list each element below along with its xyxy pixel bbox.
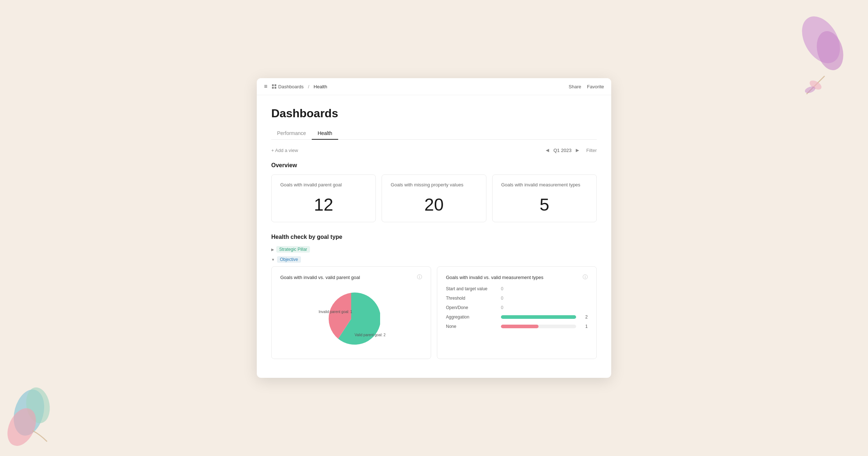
decoration-bottom-left xyxy=(7,376,72,449)
measurement-value-threshold: 0 xyxy=(501,296,503,301)
charts-row: Goals with invalid vs. valid parent goal… xyxy=(271,266,597,359)
group-row-objective: ▼ Objective xyxy=(271,256,597,263)
measurement-row-start-target: Start and target value 0 xyxy=(446,286,588,291)
bar-fill-aggregation xyxy=(501,315,576,319)
measurement-label-open-done: Open/Done xyxy=(446,305,497,310)
chart-title-measurement: Goals with invalid vs. valid measurement… xyxy=(446,275,544,280)
measurement-value-aggregation: 2 xyxy=(580,314,588,320)
toolbar: + Add a view ◀ Q1 2023 ▶ Filter xyxy=(271,147,597,153)
metric-card-title-missing-property: Goals with missing property values xyxy=(391,182,477,187)
measurement-value-none: 1 xyxy=(580,324,588,329)
measurement-label-start-target: Start and target value xyxy=(446,286,497,291)
health-check-title: Health check by goal type xyxy=(271,234,597,240)
group-arrow-strategic[interactable]: ▶ xyxy=(271,248,274,252)
svg-point-3 xyxy=(804,85,816,94)
group-row-strategic: ▶ Strategic Pillar xyxy=(271,246,597,253)
chart-title-parent-goal: Goals with invalid vs. valid parent goal xyxy=(280,275,360,280)
svg-point-2 xyxy=(808,79,823,91)
bar-fill-none xyxy=(501,325,539,328)
overview-section: Overview Goals with invalid parent goal … xyxy=(271,162,597,222)
health-check-section: Health check by goal type ▶ Strategic Pi… xyxy=(271,234,597,359)
measurement-list: Start and target value 0 Threshold 0 Ope… xyxy=(446,286,588,329)
chart-card-header-parent-goal: Goals with invalid vs. valid parent goal… xyxy=(280,274,422,280)
breadcrumb-home-label: Dashboards xyxy=(278,84,303,89)
breadcrumb-separator: / xyxy=(308,84,309,89)
period-prev-button[interactable]: ◀ xyxy=(544,147,550,153)
favorite-button[interactable]: Favorite xyxy=(587,84,604,89)
decoration-top-right xyxy=(774,11,846,101)
measurement-label-none: None xyxy=(446,324,497,329)
content-area: Dashboards Performance Health + Add a vi… xyxy=(257,95,611,378)
main-window: ≡ Dashboards / Health Share Favorite Das… xyxy=(257,78,611,378)
group-tag-strategic[interactable]: Strategic Pillar xyxy=(276,246,310,253)
period-next-button[interactable]: ▶ xyxy=(574,147,580,153)
measurement-value-open-done: 0 xyxy=(501,305,503,310)
measurement-row-none: None 1 xyxy=(446,324,588,329)
bar-track-aggregation xyxy=(501,315,576,319)
metric-card-title-invalid-measurement: Goals with invalid measurement types xyxy=(501,182,588,187)
pie-chart-container: Invalid parent goal: 1 Valid parent goal… xyxy=(280,286,422,351)
tabs-container: Performance Health xyxy=(271,127,597,140)
measurement-value-start-target: 0 xyxy=(501,286,503,291)
page-title: Dashboards xyxy=(271,107,597,120)
metric-card-title-invalid-parent: Goals with invalid parent goal xyxy=(280,182,367,187)
period-label: Q1 2023 xyxy=(553,148,571,153)
measurement-row-open-done: Open/Done 0 xyxy=(446,305,588,310)
bar-track-none xyxy=(501,325,576,328)
breadcrumb-current: Health xyxy=(314,84,327,89)
metric-card-invalid-measurement: Goals with invalid measurement types 5 xyxy=(492,174,597,222)
measurement-row-threshold: Threshold 0 xyxy=(446,296,588,301)
svg-rect-9 xyxy=(272,87,274,89)
filter-button[interactable]: Filter xyxy=(586,148,597,153)
svg-point-4 xyxy=(9,386,49,439)
group-tag-objective[interactable]: Objective xyxy=(277,256,301,263)
tab-health[interactable]: Health xyxy=(312,127,338,140)
svg-point-6 xyxy=(7,404,42,449)
top-bar: ≡ Dashboards / Health Share Favorite xyxy=(257,78,611,95)
svg-rect-10 xyxy=(275,87,276,89)
period-nav: ◀ Q1 2023 ▶ Filter xyxy=(544,147,597,153)
metric-card-invalid-parent: Goals with invalid parent goal 12 xyxy=(271,174,376,222)
measurement-label-aggregation: Aggregation xyxy=(446,314,497,320)
metric-card-value-invalid-parent: 12 xyxy=(280,195,367,215)
svg-point-5 xyxy=(24,385,52,425)
group-arrow-objective[interactable]: ▼ xyxy=(271,258,275,262)
share-button[interactable]: Share xyxy=(569,84,581,89)
chart-card-parent-goal: Goals with invalid vs. valid parent goal… xyxy=(271,266,431,359)
pie-chart: Invalid parent goal: 1 Valid parent goal… xyxy=(322,290,380,348)
svg-point-1 xyxy=(813,28,846,73)
tab-performance[interactable]: Performance xyxy=(271,127,312,140)
info-icon-parent-goal[interactable]: ⓘ xyxy=(417,274,422,280)
chart-card-header-measurement: Goals with invalid vs. valid measurement… xyxy=(446,274,588,280)
breadcrumb-area: ≡ Dashboards / Health xyxy=(264,83,327,90)
add-view-button[interactable]: + Add a view xyxy=(271,148,298,153)
top-bar-right: Share Favorite xyxy=(569,84,604,89)
svg-rect-7 xyxy=(272,84,274,86)
metric-cards-grid: Goals with invalid parent goal 12 Goals … xyxy=(271,174,597,222)
metric-card-value-missing-property: 20 xyxy=(391,195,477,215)
measurement-row-aggregation: Aggregation 2 xyxy=(446,314,588,320)
menu-icon[interactable]: ≡ xyxy=(264,83,267,90)
metric-card-value-invalid-measurement: 5 xyxy=(501,195,588,215)
pie-svg xyxy=(322,290,380,348)
measurement-label-threshold: Threshold xyxy=(446,296,497,301)
info-icon-measurement[interactable]: ⓘ xyxy=(583,274,588,280)
chart-card-measurement: Goals with invalid vs. valid measurement… xyxy=(437,266,597,359)
svg-point-0 xyxy=(794,11,846,70)
breadcrumb-home[interactable]: Dashboards xyxy=(272,84,303,89)
overview-title: Overview xyxy=(271,162,597,169)
metric-card-missing-property: Goals with missing property values 20 xyxy=(382,174,486,222)
dashboard-icon xyxy=(272,84,277,89)
svg-rect-8 xyxy=(275,84,276,86)
